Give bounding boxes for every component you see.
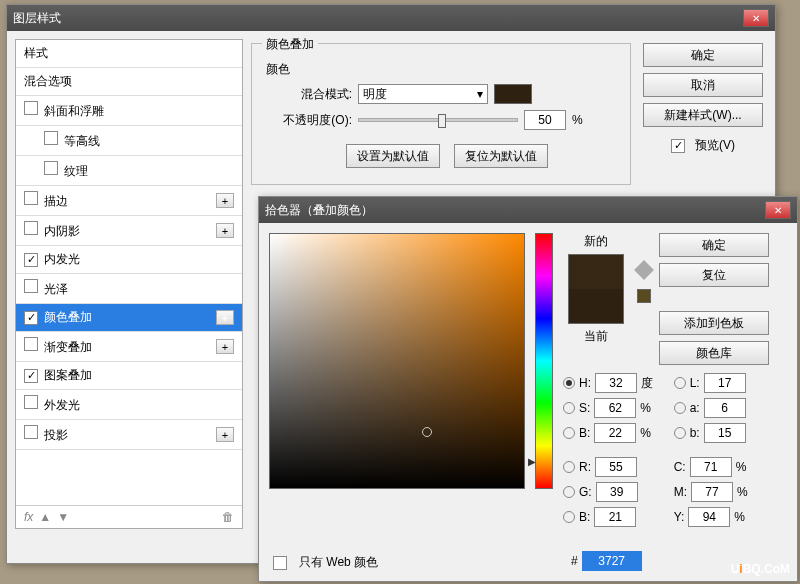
- arrow-down-icon[interactable]: ▼: [57, 510, 69, 524]
- new-style-button[interactable]: 新建样式(W)...: [643, 103, 763, 127]
- style-item-satin[interactable]: 光泽: [16, 274, 242, 304]
- web-only-row: 只有 Web 颜色: [273, 554, 378, 571]
- checkbox[interactable]: [24, 279, 38, 293]
- current-label: 当前: [563, 328, 629, 345]
- radio-s[interactable]: [563, 402, 575, 414]
- arrow-up-icon[interactable]: ▲: [39, 510, 51, 524]
- gamut-warning-icon[interactable]: [634, 260, 654, 280]
- set-default-button[interactable]: 设置为默认值: [346, 144, 440, 168]
- websafe-swatch-icon[interactable]: [637, 289, 651, 303]
- checkbox[interactable]: [24, 101, 38, 115]
- new-label: 新的: [563, 233, 629, 250]
- checkbox[interactable]: [24, 191, 38, 205]
- checkbox[interactable]: [24, 221, 38, 235]
- style-item-stroke[interactable]: 描边+: [16, 186, 242, 216]
- blend-mode-select[interactable]: 明度▾: [358, 84, 488, 104]
- picker-reset-button[interactable]: 复位: [659, 263, 769, 287]
- plus-icon[interactable]: +: [216, 223, 234, 238]
- sv-cursor: [422, 427, 432, 437]
- radio-h[interactable]: [563, 377, 575, 389]
- cancel-button[interactable]: 取消: [643, 73, 763, 97]
- plus-icon[interactable]: +: [216, 310, 234, 325]
- checkbox[interactable]: [24, 369, 38, 383]
- preview-checkbox[interactable]: [671, 139, 685, 153]
- m-input[interactable]: [691, 482, 733, 502]
- c-input[interactable]: [690, 457, 732, 477]
- watermark: UiBQ.CoM: [731, 555, 790, 578]
- style-item-contour[interactable]: 等高线: [16, 126, 242, 156]
- l-input[interactable]: [704, 373, 746, 393]
- h-input[interactable]: [595, 373, 637, 393]
- radio-labb[interactable]: [674, 427, 686, 439]
- hex-input[interactable]: 3727: [582, 551, 642, 571]
- overlay-color-swatch[interactable]: [494, 84, 532, 104]
- close-icon[interactable]: ✕: [743, 9, 769, 27]
- new-current-swatch: 新的 当前: [563, 233, 629, 365]
- opacity-slider[interactable]: [358, 118, 518, 122]
- a-input[interactable]: [704, 398, 746, 418]
- radio-b[interactable]: [563, 427, 575, 439]
- current-color-swatch[interactable]: [569, 289, 623, 323]
- checkbox[interactable]: [24, 337, 38, 351]
- opacity-unit: %: [572, 113, 583, 127]
- checkbox[interactable]: [44, 131, 58, 145]
- s-input[interactable]: [594, 398, 636, 418]
- blend-mode-label: 混合模式:: [274, 86, 352, 103]
- r-input[interactable]: [595, 457, 637, 477]
- radio-g[interactable]: [563, 486, 575, 498]
- plus-icon[interactable]: +: [216, 339, 234, 354]
- checkbox[interactable]: [24, 253, 38, 267]
- picker-ok-button[interactable]: 确定: [659, 233, 769, 257]
- color-picker-dialog: 拾色器（叠加颜色） ✕ ▶ 新的 当前: [258, 196, 798, 582]
- style-item-gradient-overlay[interactable]: 渐变叠加+: [16, 332, 242, 362]
- color-lib-button[interactable]: 颜色库: [659, 341, 769, 365]
- style-header-blend[interactable]: 混合选项: [16, 68, 242, 96]
- style-item-inner-shadow[interactable]: 内阴影+: [16, 216, 242, 246]
- style-header-styles[interactable]: 样式: [16, 40, 242, 68]
- style-item-color-overlay[interactable]: 颜色叠加+: [16, 304, 242, 332]
- radio-r[interactable]: [563, 461, 575, 473]
- fx-icon[interactable]: fx: [24, 510, 33, 524]
- style-list: 样式 混合选项 斜面和浮雕 等高线 纹理 描边+ 内阴影+ 内发光 光泽 颜色叠…: [15, 39, 243, 529]
- picker-title: 拾色器（叠加颜色）: [265, 202, 373, 219]
- checkbox[interactable]: [44, 161, 58, 175]
- add-swatch-button[interactable]: 添加到色板: [659, 311, 769, 335]
- plus-icon[interactable]: +: [216, 193, 234, 208]
- style-item-inner-glow[interactable]: 内发光: [16, 246, 242, 274]
- style-list-footer: fx ▲ ▼ 🗑: [16, 505, 242, 528]
- layer-style-titlebar: 图层样式 ✕: [7, 5, 775, 31]
- style-item-texture[interactable]: 纹理: [16, 156, 242, 186]
- hue-arrow-icon: ▶: [528, 456, 536, 467]
- checkbox[interactable]: [24, 395, 38, 409]
- web-only-checkbox[interactable]: [273, 556, 287, 570]
- style-item-pattern-overlay[interactable]: 图案叠加: [16, 362, 242, 390]
- radio-a[interactable]: [674, 402, 686, 414]
- radio-rgbb[interactable]: [563, 511, 575, 523]
- radio-l[interactable]: [674, 377, 686, 389]
- trash-icon[interactable]: 🗑: [222, 510, 234, 524]
- saturation-value-field[interactable]: [269, 233, 525, 489]
- preview-label: 预览(V): [695, 137, 735, 154]
- chevron-down-icon: ▾: [477, 87, 483, 101]
- y-input[interactable]: [688, 507, 730, 527]
- style-item-outer-glow[interactable]: 外发光: [16, 390, 242, 420]
- reset-default-button[interactable]: 复位为默认值: [454, 144, 548, 168]
- plus-icon[interactable]: +: [216, 427, 234, 442]
- style-item-bevel[interactable]: 斜面和浮雕: [16, 96, 242, 126]
- labb-input[interactable]: [704, 423, 746, 443]
- window-buttons: ✕: [743, 9, 769, 27]
- checkbox[interactable]: [24, 425, 38, 439]
- web-only-label: 只有 Web 颜色: [299, 554, 378, 571]
- style-item-drop-shadow[interactable]: 投影+: [16, 420, 242, 450]
- ok-button[interactable]: 确定: [643, 43, 763, 67]
- new-color-swatch[interactable]: [569, 255, 623, 289]
- b-input[interactable]: [594, 423, 636, 443]
- overlay-group-title: 颜色叠加: [262, 36, 318, 53]
- checkbox[interactable]: [24, 311, 38, 325]
- opacity-input[interactable]: [524, 110, 566, 130]
- rgbb-input[interactable]: [594, 507, 636, 527]
- g-input[interactable]: [596, 482, 638, 502]
- color-sub-label: 颜色: [266, 61, 620, 78]
- hue-slider[interactable]: ▶: [535, 233, 553, 489]
- close-icon[interactable]: ✕: [765, 201, 791, 219]
